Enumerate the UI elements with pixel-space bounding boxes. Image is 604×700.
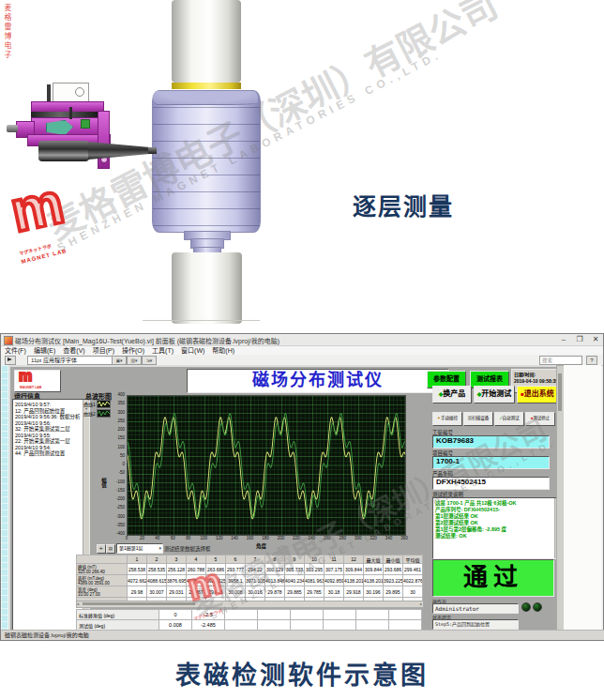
menu-help[interactable]: 帮助(H) [208,346,238,355]
value-cell: 258.538 [128,564,147,575]
menu-window[interactable]: 窗口(W) [177,346,208,355]
y-tick-label: -100 [110,479,125,484]
waveform-plot[interactable] [127,395,406,536]
exit-system-button[interactable]: ■退出系统 [517,386,558,403]
menu-project[interactable]: 项目(P) [89,346,118,355]
align-objects-dropdown[interactable]: ▣▾ [112,356,127,365]
angle-table-row: 标准峰角值 (deg)0-2.5 [77,610,422,620]
value-cell: 4081.963 [305,575,325,586]
value-cell: 309.844 [344,564,364,575]
column-header: 8 [265,555,285,564]
value-cell: 294.22 [246,564,265,575]
legend-item-curve2[interactable]: 曲线2 [83,409,111,418]
log-line: 44: 产品回到测试位置 [15,450,83,457]
vi-icon [4,336,13,345]
export-data-icon[interactable]: ▤ [106,544,115,554]
x-tick-label: 80 [182,536,195,540]
run-button[interactable] [5,356,16,365]
menu-operate[interactable]: 操作(O) [118,346,148,355]
minimize-button[interactable]: – [556,334,571,345]
status-hint-field[interactable]: Step5:产品回到起始位置 [432,619,519,630]
result-line: 测试结果: OK [435,533,553,540]
column-header: 11 [325,555,344,564]
menu-edit[interactable]: 编辑(E) [30,346,59,355]
menu-file[interactable]: 文件(F) [1,346,30,355]
x-tick-label: 140 [228,536,241,540]
value-cell: 29.895 [384,586,403,598]
y-tick-label: -200 [110,496,125,501]
header-logo-icon: m [19,371,32,383]
app-window: 磁场分布测试仪 [Main_Mag16U-Test(YueBo).vi] 前面板… [0,333,604,641]
header-logo-box: m MAGNET LAB [14,370,61,392]
magnet-rotor-top-cap [153,91,258,105]
row-label: 宽度 (deg)33.00 27.00 [77,586,128,598]
manual-control-button[interactable]: ✦手动操控 [432,412,462,426]
header-logo-text: MAGNET LAB [20,386,41,389]
legend-curve1-label: 曲线1 [83,402,96,407]
x-tick-label: 60 [166,536,179,540]
value-cell: 3876.695 [167,575,187,586]
empty-cell [291,620,324,631]
result-table-hscrollbar[interactable]: ◂▸ [76,601,424,608]
probe-green-block [81,119,90,129]
start-test-button[interactable]: ◆开始测试 [474,386,515,403]
column-header: 平均值 [403,555,423,564]
change-product-button[interactable]: ◆换产品 [432,386,472,403]
x-tick-label: 360 [398,536,411,540]
probe-cone [88,142,150,160]
value-cell: 305.733 [285,564,305,575]
test-result-textarea[interactable]: ▴▾ 这是 1700-1 产品 共12极 6对极-OK产品序列号: DFXH45… [432,497,562,559]
graph-palette-icon[interactable]: ✛ [97,544,106,554]
menu-view[interactable]: 查看(V) [59,346,88,355]
maximize-button[interactable]: ❐ [572,334,587,345]
chevron-down-icon: ▾ [159,544,161,552]
help-icon[interactable]: ? [586,356,597,365]
tooling-number-field[interactable]: KOB79683 [432,435,550,449]
search-input[interactable]: 搜索 [539,356,582,365]
angle-value-cell: 0.008 [159,620,192,631]
lower-spindle-cylinder [172,252,242,324]
product-barcode-field[interactable]: DFXH4502415 [432,477,550,490]
column-header: 7 [246,555,265,564]
y-tick-label: 200 [110,427,125,432]
x-tick-label: 200 [274,536,287,540]
layer-select-dropdown[interactable]: 第1圈第1层 ▾ [116,543,163,554]
column-header: 最大值 [364,555,384,564]
value-cell: 293.686 [384,564,403,575]
data-select-label: 测试结果数据选择框 [164,545,211,553]
value-cell: 4138.201 [344,575,364,586]
project-number-field[interactable]: 1700-1 [432,456,550,469]
result-line: 产品序列号: DFXH4502415- [435,507,553,513]
test-stop-button[interactable]: ●测试停止 [525,412,555,426]
scan-device-button[interactable]: ▦扫描设备 [463,412,493,426]
x-axis-ticks: 0204060801001201401601802002202402602803… [127,536,404,541]
font-selector-dropdown[interactable]: 11pt 应用程序字体 [27,356,113,365]
angle-table-row: 测试值 (deg)0.008-2.485 [77,620,422,631]
angle-table[interactable]: 标准峰角值 (deg)0-2.5测试值 (deg)0.008-2.485 [76,609,422,631]
window-title: 磁场分布测试仪 [Main_Mag16U-Test(YueBo).vi] 前面板… [15,336,279,345]
distribute-objects-dropdown[interactable]: ▥▾ [127,356,142,365]
operator-field[interactable]: Administrator [432,603,519,614]
auto-test-button[interactable]: ✓自动测试 [494,412,524,426]
value-cell: 303.295 [305,564,325,575]
angle-row-label: 测试值 (deg) [77,620,159,631]
column-header: 12 [344,555,364,564]
value-cell: 4092.859 [325,575,344,586]
value-cell: 29.878 [265,586,285,598]
resize-objects-dropdown[interactable]: ⇲▾ [142,356,157,365]
left-edge-vertical-logo-text: 麦格雷博电子 [2,4,12,60]
title-bar[interactable]: 磁场分布测试仪 [Main_Mag16U-Test(YueBo).vi] 前面板… [1,334,603,346]
corner-cell [77,555,128,564]
value-cell: 29.98 [128,586,147,598]
empty-cell [225,620,258,631]
value-cell: 30.008 [226,586,246,598]
close-button[interactable]: ✕ [588,334,603,345]
value-cell: 293.777 [226,564,246,575]
menu-tools[interactable]: 工具(T) [148,346,177,355]
legend-item-curve1[interactable]: 曲线1 [83,400,111,408]
result-table[interactable]: 123456789101112最大值最小值平均值峰值 (mT)325.00 26… [76,555,423,605]
x-tick-label: 260 [321,536,334,540]
panel-right-margin [564,365,601,631]
empty-cell [324,620,356,631]
value-cell: 3958.1 [226,575,246,586]
